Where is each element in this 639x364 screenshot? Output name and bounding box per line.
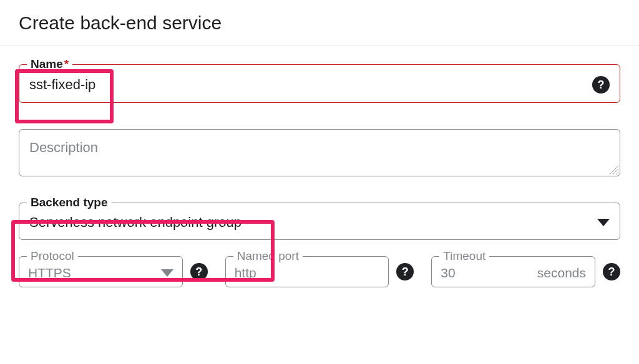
page-title: Create back-end service <box>19 12 620 34</box>
name-label: Name* <box>27 57 72 71</box>
backend-type-select[interactable]: Backend type Serverless network endpoint… <box>19 203 620 240</box>
timeout-unit: seconds <box>537 266 586 280</box>
help-icon[interactable]: ? <box>603 263 620 280</box>
protocol-select[interactable]: Protocol HTTPS <box>19 256 183 287</box>
named-port-label: Named port <box>233 249 303 263</box>
timeout-field[interactable]: Timeout 30 seconds <box>431 256 595 287</box>
help-icon[interactable]: ? <box>592 76 610 93</box>
name-field[interactable]: Name* sst-fixed-ip ? <box>19 64 620 103</box>
named-port-value: http <box>235 266 380 280</box>
description-field[interactable]: Description <box>19 129 620 176</box>
timeout-value: 30 <box>441 266 532 280</box>
form: Name* sst-fixed-ip ? Description Backend… <box>0 46 639 287</box>
name-value[interactable]: sst-fixed-ip <box>29 77 585 93</box>
description-placeholder: Description <box>29 140 98 155</box>
protocol-label: Protocol <box>27 249 78 263</box>
timeout-label: Timeout <box>439 249 489 263</box>
help-icon[interactable]: ? <box>396 263 414 280</box>
named-port-field[interactable]: Named port http <box>225 256 389 287</box>
backend-type-label: Backend type <box>27 196 112 209</box>
protocol-row: Protocol HTTPS ? Named port http ? Timeo… <box>19 256 620 287</box>
page-header: Create back-end service <box>0 0 639 46</box>
resize-handle-icon[interactable] <box>610 166 618 175</box>
backend-type-value: Serverless network endpoint group <box>29 214 592 231</box>
protocol-value: HTTPS <box>28 266 156 280</box>
chevron-down-icon <box>161 269 173 277</box>
help-icon[interactable]: ? <box>190 263 208 280</box>
chevron-down-icon <box>597 219 610 226</box>
